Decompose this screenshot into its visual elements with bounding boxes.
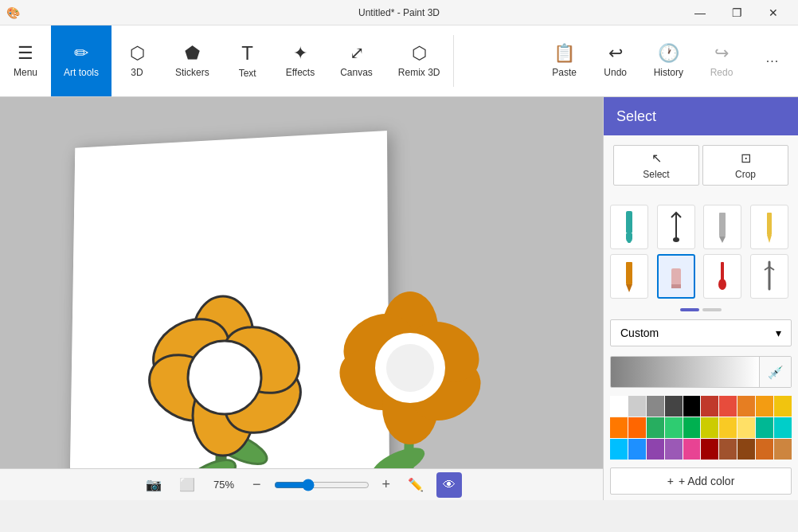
color-swatch[interactable] — [610, 417, 628, 438]
toolbar-paste-label: Paste — [552, 67, 577, 78]
color-picker-bar[interactable]: 💉 — [610, 356, 792, 388]
color-swatch[interactable] — [665, 439, 683, 460]
color-swatch[interactable] — [683, 439, 701, 460]
app-icon: 🎨 — [6, 6, 20, 19]
title-bar: 🎨 Untitled* - Paint 3D — ❐ ✕ — [0, 0, 798, 25]
tool-airbrush[interactable] — [750, 254, 788, 299]
toolbar-remix3d[interactable]: ⬡ Remix 3D — [385, 25, 453, 96]
zoom-out-button[interactable]: − — [248, 475, 266, 495]
color-swatch[interactable] — [737, 396, 755, 417]
canvas-illustration — [48, 177, 542, 500]
select-crop-section: ↖ Select ⊡ Crop — [604, 135, 798, 201]
toolbar-text-label: Text — [239, 68, 256, 79]
select-label: Select — [643, 169, 669, 180]
color-gradient — [611, 357, 759, 387]
color-swatch[interactable] — [610, 396, 628, 417]
color-swatch[interactable] — [719, 396, 737, 417]
paste-icon: 📋 — [554, 45, 575, 62]
color-swatch[interactable] — [737, 417, 755, 438]
color-swatch[interactable] — [719, 417, 737, 438]
color-swatch[interactable] — [756, 417, 773, 438]
remix3d-icon: ⬡ — [412, 45, 427, 62]
canvas-area[interactable]: 📷 ⬜ 75% − + ✏️ 👁 — [0, 97, 603, 500]
toolbar-stickers[interactable]: ⬟ Stickers — [162, 25, 222, 96]
toolbar-undo[interactable]: ↩ Undo — [590, 25, 641, 96]
eyedropper-button[interactable]: 💉 — [759, 357, 791, 387]
svg-rect-30 — [671, 284, 681, 288]
maximize-button[interactable]: ❐ — [718, 0, 755, 25]
color-swatch[interactable] — [701, 396, 718, 417]
window-title: Untitled* - Paint 3D — [358, 7, 440, 18]
toolbar-redo-label: Redo — [710, 67, 733, 78]
tool-pencil-gray[interactable] — [703, 205, 741, 249]
color-swatch[interactable] — [774, 439, 792, 460]
tool-pencil-orange[interactable] — [610, 254, 648, 299]
panel-title: Select — [604, 97, 798, 135]
toolbar-art-tools[interactable]: ✏ Art tools — [51, 25, 111, 96]
custom-dropdown[interactable]: Custom ▾ — [610, 319, 792, 346]
toolbar-canvas[interactable]: ⤢ Canvas — [327, 25, 385, 96]
color-swatch[interactable] — [756, 439, 773, 460]
edit-button[interactable]: ✏️ — [403, 475, 428, 494]
select-button[interactable]: ↖ Select — [613, 145, 699, 186]
toolbar-history[interactable]: 🕐 History — [641, 25, 696, 96]
color-swatch[interactable] — [701, 439, 718, 460]
zoom-slider[interactable] — [274, 479, 370, 491]
svg-marker-24 — [719, 237, 726, 243]
3d-icon: ⬡ — [130, 45, 145, 62]
minimize-button[interactable]: — — [682, 0, 718, 25]
color-swatch[interactable] — [610, 439, 628, 460]
view-button[interactable]: 👁 — [436, 472, 462, 498]
svg-rect-25 — [767, 213, 772, 235]
toolbar-paste[interactable]: 📋 Paste — [539, 25, 590, 96]
panel-title-text: Select — [616, 108, 656, 125]
svg-rect-27 — [626, 262, 632, 284]
color-swatch[interactable] — [647, 439, 664, 460]
frame-button[interactable]: ⬜ — [174, 475, 200, 494]
color-swatch[interactable] — [701, 417, 718, 438]
svg-rect-20 — [626, 233, 632, 240]
toolbar-effects[interactable]: ✦ Effects — [273, 25, 327, 96]
crop-button[interactable]: ⊡ Crop — [702, 145, 788, 186]
svg-point-18 — [386, 344, 434, 392]
toolbar-menu[interactable]: ☰ Menu — [0, 25, 51, 96]
color-swatch[interactable] — [774, 396, 792, 417]
toolbar-stickers-label: Stickers — [175, 67, 209, 78]
scroll-dot-1 — [680, 308, 699, 311]
art-tools-grid — [604, 201, 798, 305]
text-icon: T — [241, 44, 253, 63]
toolbar-3d[interactable]: ⬡ 3D — [111, 25, 162, 96]
toolbar-redo[interactable]: ↪ Redo — [696, 25, 747, 96]
tool-eraser[interactable] — [657, 254, 695, 299]
color-swatch[interactable] — [774, 417, 792, 438]
toolbar-more[interactable]: ··· — [747, 25, 798, 96]
color-swatch[interactable] — [756, 396, 773, 417]
color-swatch[interactable] — [719, 439, 737, 460]
zoom-in-button[interactable]: + — [377, 475, 396, 495]
color-swatch[interactable] — [647, 417, 664, 438]
tool-calligraphy[interactable] — [657, 205, 695, 249]
close-button[interactable]: ✕ — [755, 0, 792, 25]
camera-button[interactable]: 📷 — [141, 475, 166, 494]
color-swatch[interactable] — [647, 396, 664, 417]
tool-marker[interactable] — [610, 205, 648, 249]
toolbar-text[interactable]: T Text — [222, 25, 273, 96]
crop-icon: ⊡ — [741, 151, 751, 166]
add-color-button[interactable]: + + Add color — [610, 467, 792, 495]
color-swatch[interactable] — [683, 417, 701, 438]
effects-icon: ✦ — [293, 45, 307, 62]
color-swatch[interactable] — [628, 396, 646, 417]
svg-marker-21 — [626, 240, 632, 243]
color-swatch[interactable] — [683, 396, 701, 417]
svg-rect-29 — [671, 268, 681, 286]
color-swatch[interactable] — [628, 417, 646, 438]
svg-rect-31 — [721, 262, 724, 281]
window-controls: — ❐ ✕ — [682, 0, 792, 25]
tool-brush-red[interactable] — [703, 254, 741, 299]
color-swatch[interactable] — [737, 439, 755, 460]
svg-point-32 — [718, 279, 726, 290]
color-swatch[interactable] — [665, 417, 683, 438]
tool-charcoal[interactable] — [750, 205, 788, 249]
color-swatch[interactable] — [665, 396, 683, 417]
color-swatch[interactable] — [628, 439, 646, 460]
